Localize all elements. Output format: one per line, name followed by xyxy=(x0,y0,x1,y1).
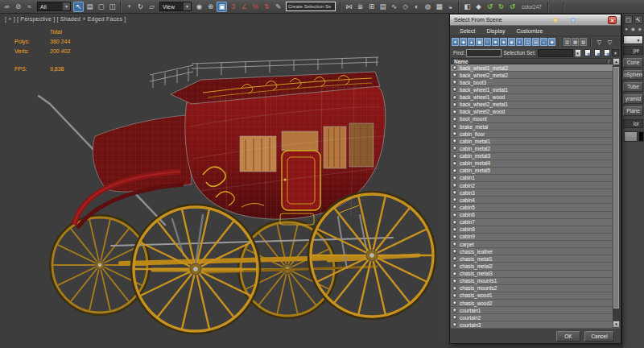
list-item[interactable]: cabin_metal3 xyxy=(451,153,613,160)
ribbon-toggle-icon[interactable]: ▤ xyxy=(378,2,388,12)
list-item[interactable]: chasis_mounts2 xyxy=(451,285,613,292)
list-item[interactable]: cabin9 xyxy=(451,234,613,241)
list-item[interactable]: back_boot3 xyxy=(451,79,613,86)
display-toggle-icon[interactable]: ◫ xyxy=(524,38,531,46)
category-icon[interactable]: ◈ xyxy=(638,26,642,33)
unlink-selection-icon[interactable]: ⊘ xyxy=(13,2,23,12)
window-crossing-icon[interactable]: ◫ xyxy=(107,2,118,12)
list-item[interactable]: cabin5 xyxy=(451,204,613,211)
list-item[interactable]: chasis_wood2 xyxy=(451,300,613,307)
select-and-link-icon[interactable]: ∞ xyxy=(2,2,12,12)
list-scrollbar[interactable]: ▲ ▼ xyxy=(613,58,620,328)
primitive-button[interactable]: oSphere xyxy=(623,70,643,80)
viewport-label[interactable]: [ + ] [ Perspective ] [ Shaded + Edged F… xyxy=(5,16,126,22)
ok-button[interactable]: OK xyxy=(556,331,580,342)
list-item[interactable]: cabin8 xyxy=(451,226,613,234)
selection-set-combo[interactable] xyxy=(538,49,573,57)
named-selection-sets-icon[interactable]: ✎ xyxy=(273,2,283,12)
display-toggle-icon[interactable]: ■ xyxy=(492,38,499,46)
align-icon[interactable]: ≣ xyxy=(355,2,365,12)
render-setup-icon[interactable]: ◍ xyxy=(423,2,433,12)
view-toggle-icon[interactable]: ▥ xyxy=(564,38,571,46)
select-by-name-icon[interactable]: ▤ xyxy=(85,2,95,12)
chevron-down-icon[interactable]: ▼ xyxy=(575,49,581,57)
mirror-icon[interactable]: ⋈ xyxy=(344,2,354,12)
rendered-frame-window-icon[interactable]: ▦ xyxy=(434,2,444,12)
layer-manager-icon[interactable]: ⊞ xyxy=(366,2,377,12)
list-item[interactable]: cabin6 xyxy=(451,212,613,219)
list-item[interactable]: boot_mount xyxy=(451,116,613,123)
primitive-button[interactable]: Plane xyxy=(623,106,643,116)
schematic-view-icon[interactable]: ◇ xyxy=(400,2,411,12)
cancel-button[interactable]: Cancel xyxy=(584,331,614,342)
list-item[interactable]: chasis_metal2 xyxy=(451,263,613,270)
object-color-swatch[interactable] xyxy=(638,131,644,142)
object-type-rollout[interactable]: pe xyxy=(623,46,643,55)
spinner-snap-icon[interactable]: ⇅ xyxy=(262,2,272,12)
list-item[interactable]: cabin3 xyxy=(451,189,613,197)
menu-item[interactable]: Select xyxy=(460,28,475,34)
list-item[interactable]: cabin_metal5 xyxy=(451,168,613,175)
list-item[interactable]: back_wheel1_metal1 xyxy=(451,86,613,93)
select-and-rotate-icon[interactable]: ↻ xyxy=(135,2,146,12)
bind-to-space-warp-icon[interactable]: ≈ xyxy=(24,2,35,12)
list-item[interactable]: back_wheel2_wood xyxy=(451,109,613,116)
selection-set-icon-1[interactable] xyxy=(584,49,591,56)
filter-funnel-icon[interactable]: ▽ xyxy=(595,38,604,47)
primitive-button[interactable]: Cone xyxy=(623,58,643,68)
percent-snap-icon[interactable]: % xyxy=(250,2,261,12)
object-name-field[interactable] xyxy=(624,131,638,142)
select-and-manipulate-icon[interactable]: ⊕ xyxy=(205,2,216,12)
list-item[interactable]: cabin_metal2 xyxy=(451,145,613,152)
list-item[interactable]: cabin1 xyxy=(451,175,613,182)
select-and-move-icon[interactable]: + xyxy=(124,2,134,12)
list-item[interactable]: cabin_metal4 xyxy=(451,160,613,168)
misc-tool-icon-2[interactable]: ◆ xyxy=(473,2,484,12)
find-input[interactable] xyxy=(466,49,502,57)
list-item[interactable]: cabin4 xyxy=(451,197,613,204)
scrollbar-thumb[interactable] xyxy=(613,67,619,309)
list-item[interactable]: back_wheel2_metal2 xyxy=(451,72,613,79)
menu-item[interactable]: Display xyxy=(486,28,505,34)
selection-filter-dropdown[interactable]: All ▼ xyxy=(37,2,71,11)
snap-3d-icon[interactable]: 3 xyxy=(228,2,238,12)
named-selection-set-input[interactable] xyxy=(286,2,336,11)
list-item[interactable]: chasis_metal3 xyxy=(451,271,613,278)
select-and-scale-icon[interactable]: ▱ xyxy=(147,2,157,12)
curve-editor-icon[interactable]: ∿ xyxy=(389,2,399,12)
display-toggle-icon[interactable]: ◐ xyxy=(516,38,523,46)
display-toggle-icon[interactable]: ◉ xyxy=(508,38,515,46)
list-item[interactable]: back_wheel1_metal2 xyxy=(451,64,613,72)
list-item[interactable]: courtain3 xyxy=(451,321,613,328)
list-item[interactable]: back_wheel2_metal1 xyxy=(451,102,613,109)
angle-snap-icon[interactable]: ∠ xyxy=(239,2,250,12)
view-toggle-icon[interactable]: ▦ xyxy=(572,38,579,46)
refresh-icon-1[interactable]: ↺ xyxy=(485,2,495,12)
category-icon[interactable]: ◉ xyxy=(630,26,635,33)
display-toggle-icon[interactable]: ◈ xyxy=(500,38,507,46)
list-item[interactable]: carpet xyxy=(451,241,613,248)
select-object-icon[interactable]: ↖ xyxy=(73,2,84,12)
display-toggle-icon[interactable]: ○ xyxy=(484,38,491,46)
view-toggle-icon[interactable]: ▧ xyxy=(580,38,587,46)
rectangular-selection-region-icon[interactable]: ▢ xyxy=(96,2,106,12)
menu-item[interactable]: Customize xyxy=(516,28,543,34)
refresh-icon-3[interactable]: ↺ xyxy=(507,2,518,12)
list-item[interactable]: brake_metal xyxy=(451,123,613,130)
category-icon[interactable]: ● xyxy=(624,26,629,33)
display-toggle-icon[interactable]: ▣ xyxy=(476,38,483,46)
display-toggle-icon[interactable]: ◆ xyxy=(460,38,467,46)
column-chooser-icon[interactable]: ▼ xyxy=(612,49,619,56)
list-item[interactable]: courtain2 xyxy=(451,314,613,321)
list-item[interactable]: chasis_metal1 xyxy=(451,255,613,263)
selection-set-icon-3[interactable] xyxy=(604,49,610,56)
display-toggle-icon[interactable]: ▲ xyxy=(468,38,475,46)
dialog-titlebar[interactable]: Select From Scene × xyxy=(450,14,621,26)
list-item[interactable]: courtain1 xyxy=(451,307,613,314)
refresh-icon-2[interactable]: ↻ xyxy=(496,2,506,12)
use-pivot-point-center-icon[interactable]: ◉ xyxy=(194,2,204,12)
list-item[interactable]: chasis_mounts1 xyxy=(451,278,613,285)
display-toggle-icon[interactable]: ▤ xyxy=(532,38,539,46)
snaps-toggle-icon[interactable]: ▣ xyxy=(217,2,227,12)
list-item[interactable]: cabin_floor xyxy=(451,130,613,138)
